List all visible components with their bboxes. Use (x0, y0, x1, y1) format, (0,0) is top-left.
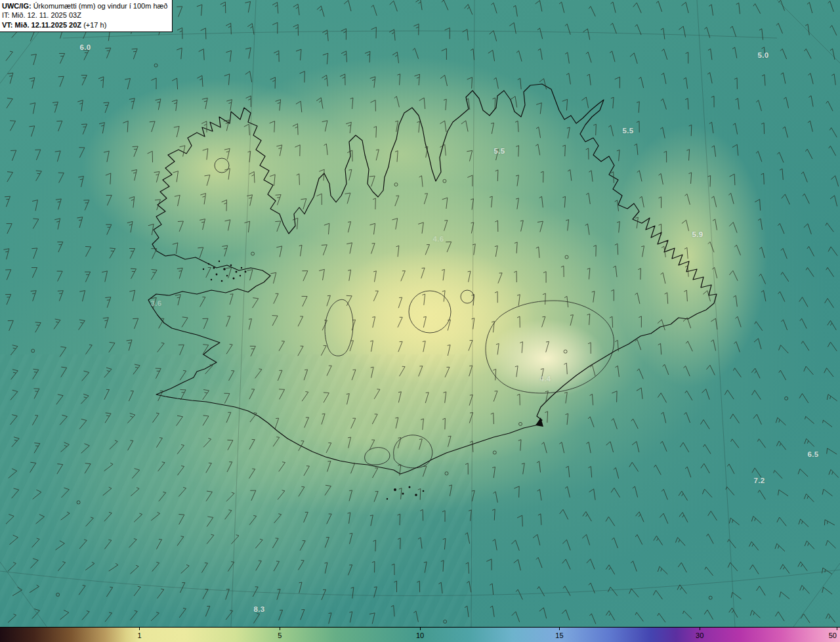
colorbar-tick-label: 10 (416, 631, 424, 639)
colorbar-tick-mark (280, 628, 280, 630)
contour-label: 5.5 (623, 127, 634, 135)
contour-label: 6.0 (80, 43, 91, 51)
contour-label: 8.3 (254, 605, 265, 613)
colorbar-tick-mark (139, 628, 140, 630)
colorbar-tick-label: 15 (555, 631, 563, 639)
valid-time: VT: Mið. 12.11.2025 20Z (2, 21, 81, 29)
contour-label: 4.4 (540, 375, 551, 383)
lead-time: (+17 h) (83, 21, 106, 29)
colorbar-tick-mark (837, 628, 837, 630)
colorbar-tick-label: 30 (696, 631, 704, 639)
precipitation-field (0, 0, 840, 642)
contour-label: 5.5 (494, 147, 505, 155)
map-title-line: UWC/IG: Úrkomumætti (mm) og vindur í 100… (2, 1, 167, 11)
contour-label: 5.9 (692, 230, 704, 238)
weather-map: 6.05.05.55.55.96.57.28.33.64.44.6 UWC/IG… (0, 0, 840, 642)
title-box: UWC/IG: Úrkomumætti (mm) og vindur í 100… (0, 0, 173, 32)
colorbar-tick-mark (559, 628, 560, 630)
colorbar-tick-label: 5 (278, 631, 282, 639)
contour-label: 6.5 (808, 450, 819, 458)
contour-label: 5.0 (758, 51, 769, 59)
contour-label: 4.6 (433, 235, 444, 243)
init-time: IT: Mið. 12. 11. 2025 03Z (2, 11, 167, 20)
colorbar-tick-mark (420, 628, 421, 630)
contour-label: 3.6 (151, 299, 162, 307)
colorbar-tick-label: 50 (829, 631, 837, 639)
colorbar-tick-mark (700, 628, 700, 630)
model-id: UWC/IG: (2, 2, 32, 10)
valid-time-line: VT: Mið. 12.11.2025 20Z (+17 h) (2, 20, 167, 30)
colorbar-tick-label: 1 (137, 631, 141, 639)
colorbar: 1510153050 (0, 627, 840, 642)
map-title: Úrkomumætti (mm) og vindur í 100m hæð (33, 2, 168, 10)
contour-label: 7.2 (754, 477, 765, 484)
